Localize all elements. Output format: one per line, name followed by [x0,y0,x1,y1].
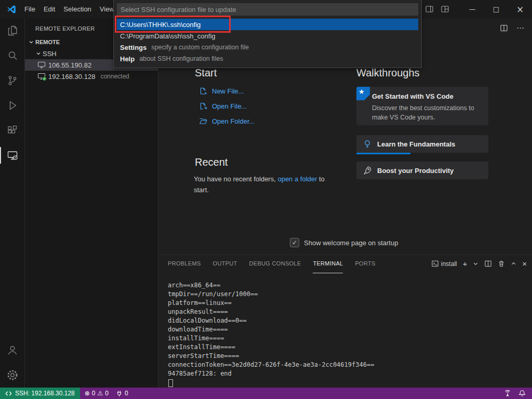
bell-icon[interactable] [518,390,526,397]
chevron-down-icon [34,51,43,56]
open-file-link[interactable]: Open File... [199,101,247,111]
tab-terminal[interactable]: TERMINAL [313,260,343,273]
card-title: Boost your Productivity [377,167,454,175]
vscode-window: File Edit Selection View — □ × [0,0,532,399]
warning-count: 0 [105,390,109,397]
quick-input-item-settings[interactable]: Settings specify a custom configuration … [117,42,418,53]
terminal-line: didLocalDownload==0== [168,316,374,325]
remote-explorer-icon[interactable] [0,143,25,168]
card-title: Learn the Fundamentals [377,140,455,148]
item-label: Settings [120,44,147,51]
walkthroughs-heading: Walkthroughs [356,67,420,79]
explorer-icon[interactable] [0,18,25,43]
tree-section-label: REMOTE [35,39,60,45]
terminal-line: platform==linux== [168,299,374,308]
recent-empty-text: You have no recent folders, open a folde… [194,174,335,196]
bottom-panel: PROBLEMS OUTPUT DEBUG CONSOLE TERMINAL P… [159,255,532,388]
problems-status[interactable]: ⊗ 0 ⚠ 0 [82,388,111,399]
tab-ports[interactable]: PORTS [355,260,375,273]
terminal-dropdown-icon[interactable] [473,261,478,267]
source-control-icon[interactable] [0,68,25,93]
start-item-label: New File... [212,87,244,95]
menu-file[interactable]: File [20,3,39,15]
walkthrough-progress-bar [356,153,410,154]
vm-connected-icon: ✓ [37,72,46,81]
open-file-icon [199,102,207,110]
terminal-line: downloadTime==== [168,325,374,334]
ports-status[interactable]: 0 [113,388,131,399]
tree-item-host-2[interactable]: ✓ 192.168.30.128 connected [25,71,158,82]
card-title: Get Started with VS Code [372,92,454,100]
customize-layout-icon[interactable] [441,6,449,12]
warning-icon: ⚠ [98,390,103,397]
tab-problems[interactable]: PROBLEMS [168,260,201,273]
radio-tower-icon[interactable] [504,390,511,397]
star-badge-icon: ★ [356,87,370,100]
extensions-icon[interactable] [0,118,25,143]
item-label: C:\ProgramData\ssh\ssh_config [120,32,216,40]
quick-input-item-user-config[interactable]: C:\Users\THHK\.ssh\config [117,19,418,30]
show-welcome-checkbox-row[interactable]: ✓ Show welcome page on startup [290,238,398,247]
tab-debug-console[interactable]: DEBUG CONSOLE [249,260,301,273]
walkthrough-get-started-card[interactable]: ★ Get Started with VS Code Discover the … [356,87,488,125]
terminal-line: installTime==== [168,334,374,343]
open-folder-link[interactable]: Open Folder... [199,116,255,126]
toggle-secondary-sidebar-icon[interactable] [425,6,433,12]
new-terminal-icon[interactable]: + [462,259,467,268]
menu-edit[interactable]: Edit [39,3,59,15]
activity-bar-bottom [0,338,25,388]
quick-input-widget: C:\Users\THHK\.ssh\config C:\ProgramData… [113,0,422,68]
recent-heading: Recent [195,156,228,168]
walkthrough-fundamentals-card[interactable]: Learn the Fundamentals [356,135,488,153]
error-count: 0 [92,390,96,397]
star-glyph: ★ [358,88,365,96]
tab-output[interactable]: OUTPUT [213,260,237,273]
more-actions-icon[interactable]: ⋯ [516,23,525,33]
accounts-icon[interactable] [0,338,25,363]
split-editor-icon[interactable] [500,24,508,32]
quick-input-search[interactable] [117,3,418,16]
open-a-folder-link[interactable]: open a folder [277,175,317,183]
maximize-panel-icon[interactable] [511,261,516,267]
terminal-output[interactable]: arch==x86_64== tmpDir==/run/user/1000== … [168,281,374,387]
kill-terminal-icon[interactable] [498,260,505,268]
plug-icon [116,390,123,397]
tree-item-label: SSH [43,50,57,58]
vm-icon [37,61,46,69]
settings-gear-icon[interactable] [0,363,25,388]
checkbox-checked-icon[interactable]: ✓ [290,238,299,247]
check-glyph: ✓ [292,239,297,246]
checkbox-label: Show welcome page on startup [304,239,398,247]
terminal-line: arch==x86_64== [168,281,374,290]
host-status: connected [100,73,129,80]
chevron-down-icon [27,39,35,45]
menu-selection[interactable]: Selection [59,3,95,15]
status-bar: SSH: 192.168.30.128 ⊗ 0 ⚠ 0 0 [0,388,532,399]
remote-indicator[interactable]: SSH: 192.168.30.128 [0,388,80,399]
split-terminal-icon[interactable] [484,260,492,268]
remote-explorer-sidebar: REMOTE EXPLORER REMOTE SSH 106.55.190.82… [25,18,158,388]
window-controls: — □ × [460,0,532,18]
error-icon: ⊗ [85,390,90,397]
editor-area: ⋯ Start New File... Open File... Open Fo… [159,18,532,388]
start-item-label: Open File... [212,102,247,110]
lightbulb-icon [363,139,372,149]
recent-text: You have no recent folders, [194,175,276,183]
new-file-link[interactable]: New File... [199,86,244,96]
minimize-button[interactable]: — [460,0,484,18]
search-icon[interactable] [0,43,25,68]
terminal-profile-button[interactable]: install [431,260,457,268]
walkthrough-productivity-card[interactable]: Boost your Productivity [356,162,488,179]
quick-input-item-programdata-config[interactable]: C:\ProgramData\ssh\ssh_config [117,30,418,42]
run-debug-icon[interactable] [0,93,25,118]
quick-input-item-help[interactable]: Help about SSH configuration files [117,53,418,64]
close-panel-icon[interactable]: × [522,259,527,268]
close-button[interactable]: × [508,0,532,18]
connected-dot-icon: ✓ [42,76,47,81]
terminal-line: unpackResult==== [168,308,374,316]
maximize-button[interactable]: □ [484,0,508,18]
start-item-label: Open Folder... [212,117,255,125]
host-label: 192.168.30.128 [48,73,95,81]
item-description: specify a custom configuration file [151,44,249,51]
terminal-line: tmpDir==/run/user/1000== [168,290,374,299]
